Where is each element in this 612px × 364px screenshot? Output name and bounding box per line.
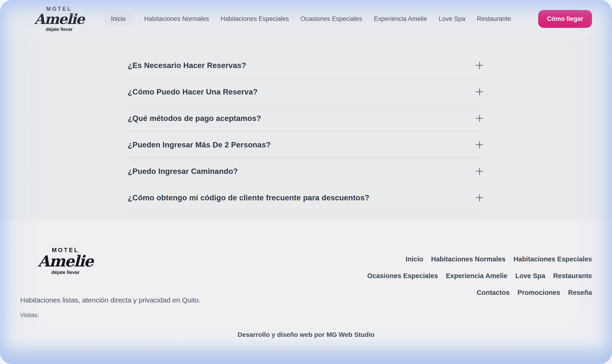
heart-icon: ♡ (69, 9, 76, 16)
footer-link-inicio[interactable]: Inicio (406, 255, 423, 263)
header-logo[interactable]: MOTEL Amelie déjate llevar ♡ (37, 6, 81, 32)
footer-link-contactos[interactable]: Contactos (477, 289, 510, 297)
faq-item-como-puedo-hacer-una-reserva[interactable]: ¿Cómo Puedo Hacer Una Reserva? (128, 79, 484, 105)
plus-icon[interactable] (476, 141, 483, 148)
plus-icon[interactable] (476, 89, 483, 95)
header: MOTEL Amelie déjate llevar ♡ InicioHabit… (0, 0, 612, 38)
faq-question: ¿Qué métodos de pago aceptamos? (128, 114, 261, 123)
page: MOTEL Amelie déjate llevar ♡ InicioHabit… (0, 0, 612, 364)
footer: MOTEL Amelie déjate llevar ♡ InicioHabit… (0, 220, 612, 350)
nav-item-inicio[interactable]: Inicio (104, 11, 132, 27)
visits-label: Visitas: (20, 312, 39, 318)
faq-question: ¿Cómo obtengo mi código de cliente frecu… (128, 193, 369, 202)
footer-nav: InicioHabitaciones NormalesHabitaciones … (367, 254, 592, 304)
faq-item-que-metodos-de-pago-aceptamos[interactable]: ¿Qué métodos de pago aceptamos? (128, 105, 484, 132)
faq-item-es-necesario-hacer-reservas[interactable]: ¿Es Necesario Hacer Reservas? (128, 52, 484, 79)
nav-item-love-spa[interactable]: Love Spa (439, 11, 465, 27)
plus-icon[interactable] (476, 168, 483, 175)
footer-link-habitaciones-normales[interactable]: Habitaciones Normales (431, 255, 506, 263)
plus-icon[interactable] (476, 194, 483, 201)
footer-logo: MOTEL Amelie déjate llevar ♡ (42, 247, 89, 275)
footer-link-love-spa[interactable]: Love Spa (515, 272, 545, 280)
logo-amelie-text: Amelie (38, 254, 93, 269)
footer-link-promociones[interactable]: Promociones (518, 289, 560, 297)
como-llegar-button[interactable]: Cómo llegar (538, 10, 592, 28)
faq-list: ¿Es Necesario Hacer Reservas?¿Cómo Puedo… (128, 52, 484, 211)
faq-section: ¿Es Necesario Hacer Reservas?¿Cómo Puedo… (0, 38, 612, 220)
footer-nav-row: InicioHabitaciones NormalesHabitaciones … (367, 254, 592, 264)
footer-link-restaurante[interactable]: Restaurante (553, 272, 592, 280)
faq-question: ¿Es Necesario Hacer Reservas? (128, 61, 246, 70)
faq-item-pueden-ingresar-mas-de-2-personas[interactable]: ¿Pueden Ingresar Más De 2 Personas? (128, 132, 484, 158)
faq-item-puedo-ingresar-caminando[interactable]: ¿Puedo Ingresar Caminando? (128, 158, 484, 184)
faq-question: ¿Puedo Ingresar Caminando? (128, 167, 238, 176)
logo-tagline: déjate llevar (51, 270, 79, 275)
logo-tagline: déjate llevar (46, 27, 73, 32)
footer-link-resena[interactable]: Reseña (568, 289, 592, 297)
footer-credit: Desarrollo y diseño web por MG Web Studi… (0, 331, 612, 338)
footer-nav-row: ContactosPromocionesReseña (367, 288, 592, 297)
footer-tagline: Habitaciones listas, atención directa y … (20, 296, 201, 304)
nav-item-habitaciones-especiales[interactable]: Habitaciones Especiales (221, 11, 289, 27)
faq-item-como-obtengo-mi-codigo-de-cliente-frecue[interactable]: ¿Cómo obtengo mi código de cliente frecu… (128, 184, 484, 211)
nav-item-experiencia-amelie[interactable]: Experiencia Amelie (374, 11, 427, 27)
footer-nav-row: Ocasiones EspecialesExperiencia AmelieLo… (367, 271, 592, 281)
plus-icon[interactable] (476, 115, 483, 122)
plus-icon[interactable] (476, 62, 483, 69)
footer-link-habitaciones-especiales[interactable]: Habitaciones Especiales (514, 255, 592, 263)
faq-question: ¿Pueden Ingresar Más De 2 Personas? (128, 141, 271, 149)
nav-item-habitaciones-normales[interactable]: Habitaciones Normales (144, 11, 209, 27)
header-nav: InicioHabitaciones NormalesHabitaciones … (104, 11, 511, 27)
heart-icon: ♡ (75, 250, 83, 259)
faq-question: ¿Cómo Puedo Hacer Una Reserva? (128, 88, 258, 96)
nav-item-restaurante[interactable]: Restaurante (477, 11, 511, 27)
logo-amelie-text: Amelie (34, 12, 84, 26)
footer-link-ocasiones-especiales[interactable]: Ocasiones Especiales (367, 272, 438, 280)
footer-link-experiencia-amelie[interactable]: Experiencia Amelie (446, 272, 508, 280)
nav-item-ocasiones-especiales[interactable]: Ocasiones Especiales (300, 11, 362, 27)
